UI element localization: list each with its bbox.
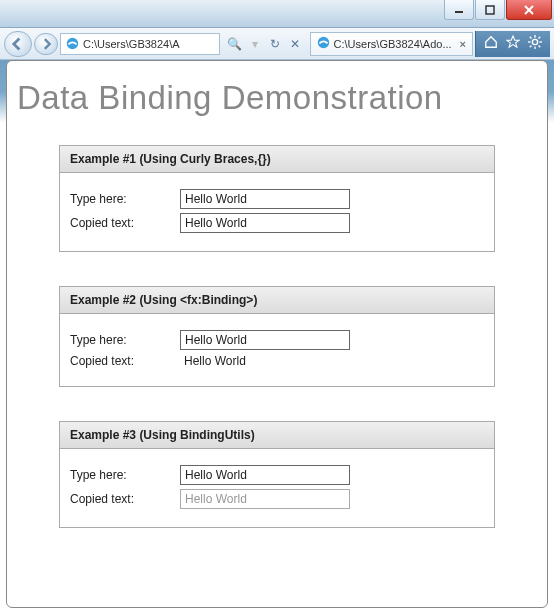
form-row: Type here: <box>70 330 484 350</box>
gear-icon <box>528 35 542 49</box>
home-icon <box>484 35 498 49</box>
form-row: Type here: <box>70 465 484 485</box>
address-text: C:\Users\GB3824\A <box>83 38 180 50</box>
svg-line-12 <box>539 46 541 48</box>
example-panel-1: Example #1 (Using Curly Braces,{}) Type … <box>59 145 495 252</box>
compat-separator: ▾ <box>246 37 264 51</box>
minimize-icon <box>454 5 464 15</box>
page-title: Data Binding Demonstration <box>17 79 537 117</box>
nav-back-button[interactable] <box>4 31 32 57</box>
svg-rect-1 <box>486 6 494 14</box>
form-row: Copied text: <box>70 489 484 509</box>
search-dropdown-icon[interactable]: 🔍 <box>226 37 244 51</box>
copied-text-label: Copied text: <box>70 492 180 506</box>
tab-title: C:\Users\GB3824\Ado... <box>334 38 452 50</box>
svg-point-6 <box>532 39 537 44</box>
refresh-button[interactable]: ↻ <box>266 37 284 51</box>
ie-tab-icon <box>317 36 330 51</box>
address-actions: 🔍 ▾ ↻ ✕ <box>222 37 308 51</box>
panel-body: Type here: Copied text: <box>60 449 494 527</box>
panel-body: Type here: Copied text: Hello World <box>60 314 494 386</box>
ie-page-icon <box>65 37 79 51</box>
type-here-input[interactable] <box>180 330 350 350</box>
close-icon <box>524 5 534 15</box>
copied-text-input[interactable] <box>180 213 350 233</box>
type-here-input[interactable] <box>180 189 350 209</box>
favorites-button[interactable] <box>506 35 520 52</box>
arrow-left-icon <box>11 37 25 51</box>
form-row: Type here: <box>70 189 484 209</box>
window-maximize-button[interactable] <box>475 0 505 20</box>
svg-line-14 <box>530 46 532 48</box>
type-here-label: Type here: <box>70 468 180 482</box>
panel-header: Example #2 (Using <fx:Binding>) <box>60 287 494 314</box>
window-titlebar <box>0 0 554 28</box>
stop-button[interactable]: ✕ <box>286 37 304 51</box>
type-here-label: Type here: <box>70 192 180 206</box>
type-here-label: Type here: <box>70 333 180 347</box>
panel-header: Example #3 (Using BindingUtils) <box>60 422 494 449</box>
tab-close-button[interactable]: × <box>460 38 466 50</box>
example-panel-2: Example #2 (Using <fx:Binding>) Type her… <box>59 286 495 387</box>
command-bar <box>475 31 550 57</box>
type-here-input[interactable] <box>180 465 350 485</box>
panel-header: Example #1 (Using Curly Braces,{}) <box>60 146 494 173</box>
nav-forward-button[interactable] <box>34 33 58 55</box>
maximize-icon <box>485 5 495 15</box>
window-close-button[interactable] <box>506 0 552 20</box>
tools-button[interactable] <box>528 35 542 52</box>
copied-text-label: Copied text: <box>70 216 180 230</box>
copied-text-value: Hello World <box>180 354 246 368</box>
form-row: Copied text: Hello World <box>70 354 484 368</box>
example-panel-3: Example #3 (Using BindingUtils) Type her… <box>59 421 495 528</box>
browser-toolbar: C:\Users\GB3824\A 🔍 ▾ ↻ ✕ C:\Users\GB382… <box>0 28 554 60</box>
page-content: Data Binding Demonstration Example #1 (U… <box>6 60 548 608</box>
address-bar[interactable]: C:\Users\GB3824\A <box>60 33 220 55</box>
svg-line-13 <box>539 37 541 39</box>
browser-tab[interactable]: C:\Users\GB3824\Ado... × <box>310 32 473 56</box>
panel-body: Type here: Copied text: <box>60 173 494 251</box>
window-minimize-button[interactable] <box>444 0 474 20</box>
copied-text-input[interactable] <box>180 489 350 509</box>
copied-text-label: Copied text: <box>70 354 180 368</box>
form-row: Copied text: <box>70 213 484 233</box>
svg-line-11 <box>530 37 532 39</box>
home-button[interactable] <box>484 35 498 52</box>
star-icon <box>506 35 520 49</box>
arrow-right-icon <box>40 38 52 50</box>
